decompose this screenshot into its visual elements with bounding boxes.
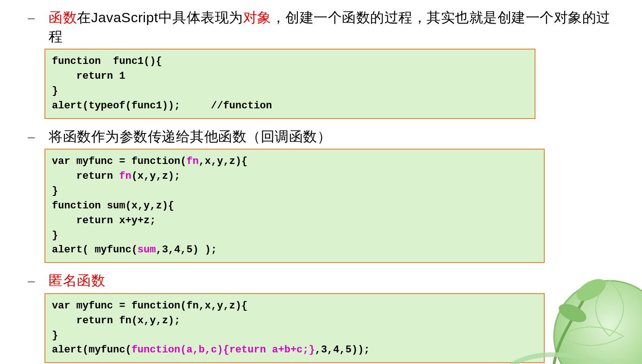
code-block-3: var myfunc = function(fn,x,y,z){ return … (44, 293, 545, 364)
code-seg: var myfunc = function( (52, 156, 186, 167)
bullet-dash: – (28, 8, 35, 26)
code-seg: return x+y+z; (52, 215, 156, 226)
text-part: 在JavaScript中具体表现为 (77, 10, 243, 25)
code-seg: (x,y,z); (132, 170, 181, 182)
code-block-2: var myfunc = function(fn,x,y,z){ return … (44, 149, 545, 263)
code-line: } (52, 85, 58, 97)
bullet-dash: – (28, 271, 35, 289)
slide-content: – 函数在JavaScript中具体表现为对象，创建一个函数的过程，其实也就是创… (0, 0, 642, 363)
code-line: function func1(){ (52, 56, 162, 67)
code-seg: sum (138, 244, 156, 256)
bullet-dash: – (28, 127, 35, 145)
text-part: 函数 (49, 10, 77, 25)
code-seg: var myfunc = function(fn,x,y,z){ (52, 300, 247, 312)
text-part: 匿名函数 (49, 273, 105, 288)
code-seg: alert(myfunc( (52, 344, 132, 356)
code-block-1: function func1(){ return 1 } alert(typeo… (44, 49, 535, 119)
text-part: 对象 (243, 10, 271, 25)
bullet-row-1: – 函数在JavaScript中具体表现为对象，创建一个函数的过程，其实也就是创… (28, 8, 623, 46)
code-line: return 1 (52, 70, 125, 82)
code-seg: return fn(x,y,z); (52, 315, 180, 326)
code-seg: function sum(x,y,z){ (52, 200, 174, 212)
code-seg: function(a,b,c){return a+b+c;} (132, 344, 315, 356)
code-seg: return (52, 170, 119, 182)
bullet-text-3: 匿名函数 (49, 271, 105, 290)
bullet-text-1: 函数在JavaScript中具体表现为对象，创建一个函数的过程，其实也就是创建一… (49, 8, 623, 46)
code-seg: ,x,y,z){ (199, 156, 248, 167)
code-seg: } (52, 330, 58, 341)
code-seg: ,3,4,5) ); (156, 244, 217, 256)
bullet-text-2: 将函数作为参数传递给其他函数（回调函数） (49, 127, 331, 146)
code-seg: fn (186, 156, 198, 167)
code-seg: } (52, 230, 58, 241)
bullet-row-2: – 将函数作为参数传递给其他函数（回调函数） (28, 127, 623, 146)
code-line: alert(typeof(func1)); //function (52, 100, 272, 112)
code-seg: } (52, 185, 58, 197)
code-seg: ,3,4,5)); (315, 344, 370, 356)
bullet-row-3: – 匿名函数 (28, 271, 623, 290)
code-seg: fn (119, 170, 131, 182)
text-part: 将函数作为参数传递给其他函数（回调函数） (49, 129, 331, 144)
code-seg: alert( myfunc( (52, 244, 138, 256)
